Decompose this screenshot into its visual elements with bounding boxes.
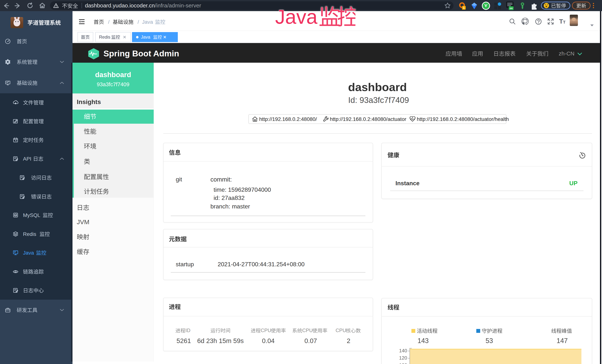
svg-text:on: on bbox=[510, 7, 513, 10]
svg-text:1: 1 bbox=[463, 6, 465, 10]
